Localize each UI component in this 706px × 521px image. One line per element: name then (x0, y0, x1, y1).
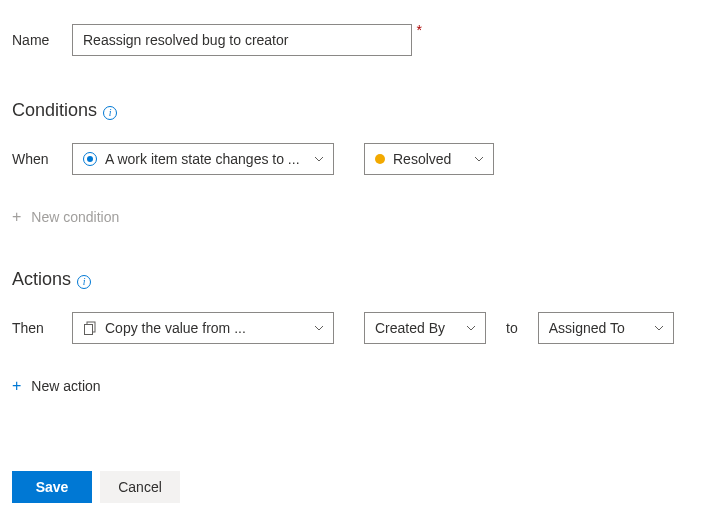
action-source-field-text: Created By (375, 320, 445, 336)
rule-name-input[interactable] (72, 24, 412, 56)
cancel-button[interactable]: Cancel (100, 471, 180, 503)
condition-trigger-dropdown[interactable]: A work item state changes to ... (72, 143, 334, 175)
conditions-title: Conditions (12, 100, 97, 121)
add-action-label: New action (31, 378, 100, 394)
name-label: Name (12, 32, 72, 48)
save-button[interactable]: Save (12, 471, 92, 503)
condition-state-text: Resolved (393, 151, 451, 167)
action-target-field-dropdown[interactable]: Assigned To (538, 312, 674, 344)
add-condition-button[interactable]: + New condition (12, 209, 119, 225)
chevron-down-icon (465, 322, 477, 334)
info-icon[interactable]: i (103, 100, 117, 121)
chevron-down-icon (473, 153, 485, 165)
add-action-button[interactable]: + New action (12, 378, 101, 394)
info-icon[interactable]: i (77, 269, 91, 290)
chevron-down-icon (653, 322, 665, 334)
condition-trigger-text: A work item state changes to ... (105, 151, 300, 167)
required-indicator: * (417, 22, 422, 38)
action-type-dropdown[interactable]: Copy the value from ... (72, 312, 334, 344)
copy-icon (83, 321, 97, 335)
to-label: to (506, 320, 518, 336)
action-target-field-text: Assigned To (549, 320, 625, 336)
plus-icon: + (12, 378, 21, 394)
plus-icon: + (12, 209, 21, 225)
actions-title: Actions (12, 269, 71, 290)
chevron-down-icon (313, 153, 325, 165)
when-label: When (12, 151, 72, 167)
state-status-icon (375, 154, 385, 164)
condition-state-dropdown[interactable]: Resolved (364, 143, 494, 175)
radio-selected-icon (83, 152, 97, 166)
then-label: Then (12, 320, 72, 336)
action-type-text: Copy the value from ... (105, 320, 246, 336)
svg-rect-1 (85, 325, 93, 335)
action-source-field-dropdown[interactable]: Created By (364, 312, 486, 344)
add-condition-label: New condition (31, 209, 119, 225)
chevron-down-icon (313, 322, 325, 334)
